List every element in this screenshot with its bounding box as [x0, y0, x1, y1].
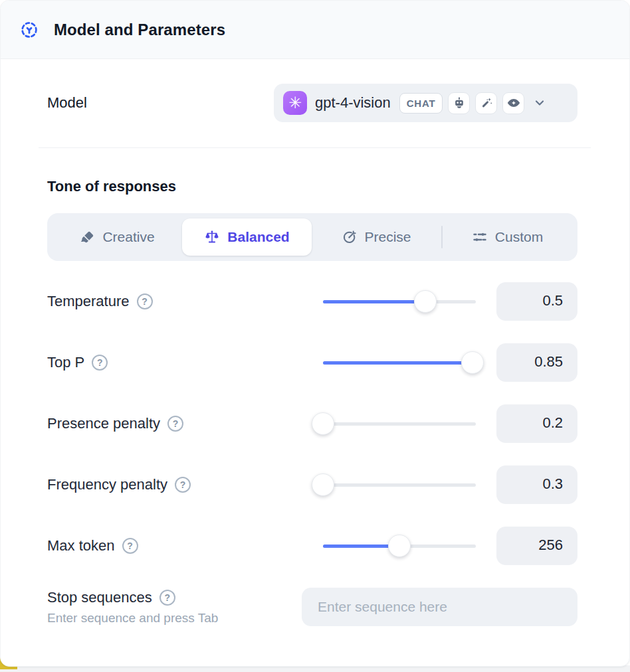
slider-fill [323, 361, 472, 365]
slider-fill [323, 300, 425, 303]
tone-heading: Tone of responses [47, 178, 578, 195]
parameter-label: Max token [47, 537, 115, 554]
tone-option-balanced[interactable]: Balanced [182, 218, 312, 256]
parameter-label: Frequency penalty [47, 476, 167, 493]
slider[interactable] [323, 351, 476, 375]
parameter-row: Frequency penalty ? 0.3 [47, 465, 578, 504]
model-label: Model [47, 94, 87, 112]
slider-thumb[interactable] [414, 290, 437, 313]
tone-option-custom[interactable]: Custom [443, 218, 572, 256]
slider[interactable] [323, 290, 476, 313]
paintbrush-icon [80, 230, 95, 245]
model-select-dropdown[interactable]: ✳ gpt-4-vision CHAT [274, 84, 578, 122]
model-parameters-panel: Model and Parameters Model ✳ gpt-4-visio… [0, 0, 630, 667]
parameter-label: Presence penalty [47, 415, 160, 432]
model-hub-icon [19, 20, 39, 40]
parameter-value-field[interactable]: 0.2 [496, 404, 578, 443]
slider[interactable] [323, 412, 476, 436]
slider-track[interactable] [323, 483, 476, 487]
parameter-row: Top P ? 0.85 [47, 343, 578, 382]
stop-sequences-label: Stop sequences [47, 589, 152, 606]
slider-thumb[interactable] [312, 412, 334, 435]
parameter-row: Max token ? 256 [47, 527, 578, 565]
panel-header: Model and Parameters [1, 1, 629, 59]
selected-model-name: gpt-4-vision [315, 94, 391, 112]
stop-sequences-labels: Stop sequences ? Enter sequence and pres… [47, 589, 218, 626]
parameter-value-field[interactable]: 0.85 [496, 343, 578, 382]
slider-thumb[interactable] [388, 535, 411, 557]
help-icon[interactable]: ? [175, 477, 191, 493]
chat-badge: CHAT [399, 93, 443, 114]
stop-sequence-input[interactable] [302, 588, 578, 626]
slider[interactable] [323, 534, 476, 558]
help-icon[interactable]: ? [122, 538, 138, 554]
chevron-down-icon [533, 96, 546, 110]
stop-sequences-hint: Enter sequence and press Tab [47, 611, 218, 626]
help-icon[interactable]: ? [167, 416, 183, 432]
parameter-label: Temperature [47, 293, 130, 310]
sliders-icon [472, 229, 488, 245]
parameter-row: Temperature ? 0.5 [47, 282, 578, 321]
slider-thumb[interactable] [312, 473, 334, 496]
scales-icon [204, 229, 220, 245]
robot-icon [448, 92, 470, 114]
parameter-value-field[interactable]: 0.5 [496, 282, 578, 321]
vision-eye-icon [502, 92, 524, 114]
magic-wand-icon [475, 92, 497, 114]
parameter-label: Top P [47, 354, 84, 371]
tone-option-precise[interactable]: Precise [312, 218, 441, 256]
stop-sequences-row: Stop sequences ? Enter sequence and pres… [47, 588, 578, 626]
openai-logo: ✳ [283, 91, 307, 115]
section-divider [39, 147, 591, 148]
tone-segmented-control: Creative Balanced Precise Custom [47, 213, 578, 261]
tone-option-creative[interactable]: Creative [52, 218, 182, 256]
parameter-value-field[interactable]: 256 [496, 527, 578, 565]
slider-track[interactable] [323, 422, 476, 426]
help-icon[interactable]: ? [92, 355, 108, 371]
model-row: Model ✳ gpt-4-vision CHAT [47, 84, 578, 122]
slider[interactable] [323, 473, 476, 497]
panel-title: Model and Parameters [54, 21, 225, 39]
parameter-row: Presence penalty ? 0.2 [47, 404, 578, 443]
help-icon[interactable]: ? [137, 294, 153, 309]
target-icon [342, 230, 357, 245]
slider-thumb[interactable] [461, 351, 484, 374]
help-icon[interactable]: ? [159, 590, 175, 606]
parameters-section: Temperature ? 0.5 Top P ? 0.85 Presence … [47, 282, 578, 565]
parameter-value-field[interactable]: 0.3 [496, 465, 578, 504]
